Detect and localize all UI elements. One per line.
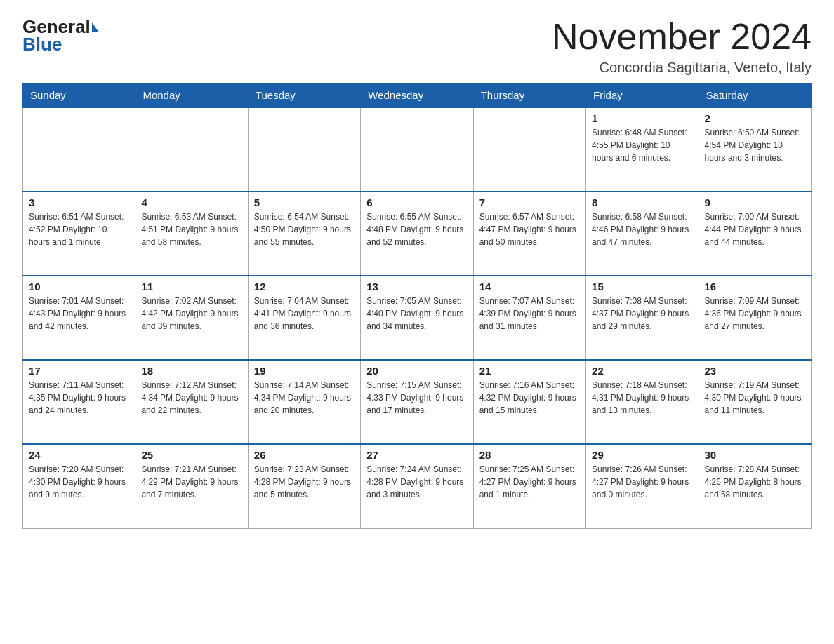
- calendar-week-row: 24Sunrise: 7:20 AM Sunset: 4:30 PM Dayli…: [23, 444, 812, 528]
- day-info: Sunrise: 7:00 AM Sunset: 4:44 PM Dayligh…: [705, 210, 805, 248]
- day-number: 11: [141, 281, 241, 293]
- day-info: Sunrise: 7:20 AM Sunset: 4:30 PM Dayligh…: [29, 463, 129, 501]
- calendar-header-friday: Friday: [586, 83, 699, 108]
- day-info: Sunrise: 7:23 AM Sunset: 4:28 PM Dayligh…: [254, 463, 355, 501]
- day-number: 4: [141, 196, 241, 208]
- day-number: 5: [254, 196, 355, 208]
- calendar-cell: 3Sunrise: 6:51 AM Sunset: 4:52 PM Daylig…: [23, 192, 135, 276]
- day-number: 23: [705, 365, 805, 377]
- logo-blue-text: Blue: [22, 34, 99, 55]
- logo-triangle-icon: [92, 22, 99, 32]
- calendar-cell: 12Sunrise: 7:04 AM Sunset: 4:41 PM Dayli…: [248, 276, 360, 360]
- calendar-cell: 27Sunrise: 7:24 AM Sunset: 4:28 PM Dayli…: [361, 444, 473, 528]
- calendar-header-tuesday: Tuesday: [248, 83, 360, 108]
- day-number: 13: [366, 281, 467, 293]
- day-info: Sunrise: 7:02 AM Sunset: 4:42 PM Dayligh…: [141, 295, 241, 333]
- calendar-cell: [361, 107, 473, 192]
- day-number: 17: [29, 365, 129, 377]
- day-number: 24: [29, 449, 129, 461]
- day-info: Sunrise: 7:05 AM Sunset: 4:40 PM Dayligh…: [366, 295, 467, 333]
- header: General Blue November 2024 Concordia Sag…: [22, 17, 812, 76]
- calendar-cell: 23Sunrise: 7:19 AM Sunset: 4:30 PM Dayli…: [699, 360, 811, 444]
- calendar-cell: 6Sunrise: 6:55 AM Sunset: 4:48 PM Daylig…: [361, 192, 473, 276]
- calendar-cell: 10Sunrise: 7:01 AM Sunset: 4:43 PM Dayli…: [23, 276, 135, 360]
- day-info: Sunrise: 6:51 AM Sunset: 4:52 PM Dayligh…: [29, 210, 129, 248]
- day-info: Sunrise: 7:25 AM Sunset: 4:27 PM Dayligh…: [479, 463, 580, 501]
- calendar-cell: [23, 107, 135, 192]
- calendar-header-wednesday: Wednesday: [361, 83, 473, 108]
- day-info: Sunrise: 7:11 AM Sunset: 4:35 PM Dayligh…: [29, 379, 129, 417]
- calendar-cell: 28Sunrise: 7:25 AM Sunset: 4:27 PM Dayli…: [473, 444, 585, 528]
- calendar-cell: 20Sunrise: 7:15 AM Sunset: 4:33 PM Dayli…: [361, 360, 473, 444]
- calendar-cell: 1Sunrise: 6:48 AM Sunset: 4:55 PM Daylig…: [586, 107, 699, 192]
- day-number: 2: [705, 112, 805, 124]
- day-number: 6: [366, 196, 467, 208]
- day-info: Sunrise: 6:54 AM Sunset: 4:50 PM Dayligh…: [254, 210, 355, 248]
- day-number: 20: [366, 365, 467, 377]
- calendar-header-saturday: Saturday: [699, 83, 811, 108]
- day-number: 7: [479, 196, 580, 208]
- calendar-cell: 11Sunrise: 7:02 AM Sunset: 4:42 PM Dayli…: [135, 276, 248, 360]
- day-info: Sunrise: 6:53 AM Sunset: 4:51 PM Dayligh…: [141, 210, 241, 248]
- day-number: 27: [366, 449, 467, 461]
- calendar-week-row: 17Sunrise: 7:11 AM Sunset: 4:35 PM Dayli…: [23, 360, 812, 444]
- day-number: 9: [705, 196, 805, 208]
- calendar-cell: 16Sunrise: 7:09 AM Sunset: 4:36 PM Dayli…: [699, 276, 811, 360]
- day-info: Sunrise: 6:50 AM Sunset: 4:54 PM Dayligh…: [705, 126, 805, 164]
- calendar-cell: 18Sunrise: 7:12 AM Sunset: 4:34 PM Dayli…: [135, 360, 248, 444]
- calendar-cell: [248, 107, 360, 192]
- day-info: Sunrise: 6:58 AM Sunset: 4:46 PM Dayligh…: [592, 210, 692, 248]
- day-number: 18: [141, 365, 241, 377]
- day-number: 26: [254, 449, 355, 461]
- calendar-cell: 13Sunrise: 7:05 AM Sunset: 4:40 PM Dayli…: [361, 276, 473, 360]
- day-number: 14: [479, 281, 580, 293]
- calendar-header-monday: Monday: [135, 83, 248, 108]
- day-info: Sunrise: 7:21 AM Sunset: 4:29 PM Dayligh…: [141, 463, 241, 501]
- calendar-cell: 29Sunrise: 7:26 AM Sunset: 4:27 PM Dayli…: [586, 444, 699, 528]
- calendar-header-thursday: Thursday: [473, 83, 585, 108]
- day-info: Sunrise: 7:09 AM Sunset: 4:36 PM Dayligh…: [705, 295, 805, 333]
- calendar-cell: 30Sunrise: 7:28 AM Sunset: 4:26 PM Dayli…: [699, 444, 811, 528]
- day-number: 15: [592, 281, 692, 293]
- day-number: 28: [479, 449, 580, 461]
- calendar-cell: 9Sunrise: 7:00 AM Sunset: 4:44 PM Daylig…: [699, 192, 811, 276]
- day-info: Sunrise: 7:28 AM Sunset: 4:26 PM Dayligh…: [705, 463, 805, 501]
- day-info: Sunrise: 7:19 AM Sunset: 4:30 PM Dayligh…: [705, 379, 805, 417]
- day-number: 3: [29, 196, 129, 208]
- calendar-cell: 26Sunrise: 7:23 AM Sunset: 4:28 PM Dayli…: [248, 444, 360, 528]
- day-number: 8: [592, 196, 692, 208]
- day-info: Sunrise: 7:15 AM Sunset: 4:33 PM Dayligh…: [366, 379, 467, 417]
- day-number: 22: [592, 365, 692, 377]
- day-number: 1: [592, 112, 692, 124]
- calendar-cell: 7Sunrise: 6:57 AM Sunset: 4:47 PM Daylig…: [473, 192, 585, 276]
- month-title: November 2024: [552, 17, 812, 57]
- day-info: Sunrise: 7:01 AM Sunset: 4:43 PM Dayligh…: [29, 295, 129, 333]
- calendar-cell: 22Sunrise: 7:18 AM Sunset: 4:31 PM Dayli…: [586, 360, 699, 444]
- calendar-cell: 14Sunrise: 7:07 AM Sunset: 4:39 PM Dayli…: [473, 276, 585, 360]
- day-info: Sunrise: 7:12 AM Sunset: 4:34 PM Dayligh…: [141, 379, 241, 417]
- day-number: 16: [705, 281, 805, 293]
- calendar-week-row: 1Sunrise: 6:48 AM Sunset: 4:55 PM Daylig…: [23, 107, 812, 192]
- calendar-cell: 19Sunrise: 7:14 AM Sunset: 4:34 PM Dayli…: [248, 360, 360, 444]
- day-info: Sunrise: 6:55 AM Sunset: 4:48 PM Dayligh…: [366, 210, 467, 248]
- calendar-week-row: 10Sunrise: 7:01 AM Sunset: 4:43 PM Dayli…: [23, 276, 812, 360]
- day-number: 21: [479, 365, 580, 377]
- calendar-table: SundayMondayTuesdayWednesdayThursdayFrid…: [22, 83, 812, 529]
- day-number: 29: [592, 449, 692, 461]
- title-block: November 2024 Concordia Sagittaria, Vene…: [552, 17, 812, 76]
- calendar-cell: [473, 107, 585, 192]
- day-number: 30: [705, 449, 805, 461]
- calendar-cell: 8Sunrise: 6:58 AM Sunset: 4:46 PM Daylig…: [586, 192, 699, 276]
- day-info: Sunrise: 6:48 AM Sunset: 4:55 PM Dayligh…: [592, 126, 692, 164]
- day-info: Sunrise: 7:26 AM Sunset: 4:27 PM Dayligh…: [592, 463, 692, 501]
- day-number: 10: [29, 281, 129, 293]
- day-info: Sunrise: 6:57 AM Sunset: 4:47 PM Dayligh…: [479, 210, 580, 248]
- day-info: Sunrise: 7:24 AM Sunset: 4:28 PM Dayligh…: [366, 463, 467, 501]
- logo: General Blue: [22, 17, 99, 54]
- calendar-cell: 5Sunrise: 6:54 AM Sunset: 4:50 PM Daylig…: [248, 192, 360, 276]
- calendar-cell: 21Sunrise: 7:16 AM Sunset: 4:32 PM Dayli…: [473, 360, 585, 444]
- calendar-header-sunday: Sunday: [23, 83, 135, 108]
- calendar-cell: 25Sunrise: 7:21 AM Sunset: 4:29 PM Dayli…: [135, 444, 248, 528]
- calendar-header-row: SundayMondayTuesdayWednesdayThursdayFrid…: [23, 83, 812, 108]
- calendar-cell: 15Sunrise: 7:08 AM Sunset: 4:37 PM Dayli…: [586, 276, 699, 360]
